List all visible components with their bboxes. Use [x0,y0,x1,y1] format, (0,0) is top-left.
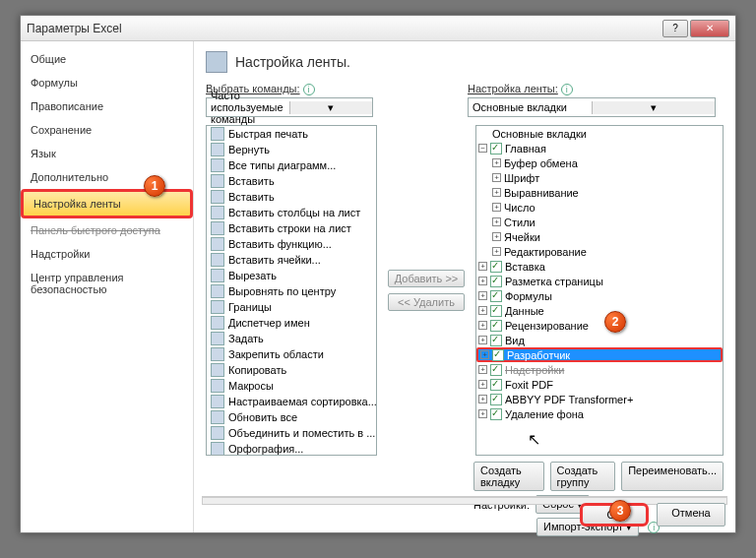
tree-node[interactable]: +Буфер обмена [476,155,723,170]
command-icon [211,284,224,298]
command-item[interactable]: Вставить [207,173,376,189]
tree-node[interactable]: +Данные [476,303,723,318]
tree-node[interactable]: −Главная [476,141,723,155]
expand-icon[interactable]: + [478,365,487,374]
command-item[interactable]: Вырезать [207,268,376,283]
expand-icon[interactable]: + [478,380,487,389]
tree-node[interactable]: +Удаление фона [476,406,723,421]
command-item[interactable]: Выровнять по центру [207,283,376,299]
tree-node[interactable]: +Надстройки [476,362,723,377]
tree-node[interactable]: +Foxit PDF [476,377,723,392]
tree-node[interactable]: +Шрифт [476,170,723,185]
expand-icon[interactable]: + [492,158,501,167]
tree-node[interactable]: +Редактирование [476,244,723,259]
command-item[interactable]: Вставить функцию... [207,236,376,252]
expand-icon[interactable]: − [478,144,487,153]
sidebar-item[interactable]: Формулы [21,71,193,94]
expand-icon[interactable]: + [478,395,487,403]
checkbox[interactable] [492,349,504,361]
expand-icon[interactable]: + [478,262,487,271]
command-item[interactable]: Макросы [207,378,376,394]
expand-icon[interactable]: + [478,291,487,300]
command-item[interactable]: Обновить все [207,409,376,425]
tree-node[interactable]: Основные вкладки [476,126,723,141]
add-button[interactable]: Добавить >> [388,270,466,287]
cancel-button[interactable]: Отмена [657,503,725,527]
rename-button[interactable]: Переименовать... [621,462,724,491]
checkbox[interactable] [490,290,502,302]
expand-icon[interactable]: + [492,173,501,182]
checkbox[interactable] [490,305,502,317]
checkbox[interactable] [490,335,502,346]
tree-node[interactable]: +Разработчик [476,347,723,362]
checkbox[interactable] [490,364,502,376]
command-item[interactable]: Вставить строки на лист [207,220,376,236]
command-item[interactable]: Вставить ячейки... [207,252,376,268]
command-item[interactable]: Закрепить области [207,346,376,362]
command-item[interactable]: Границы [207,299,376,315]
sidebar-item[interactable]: Сохранение [21,118,193,142]
sidebar-item[interactable]: Панель быстрого доступа [21,218,193,242]
expand-icon[interactable]: + [492,203,501,212]
ribbon-target-combo[interactable]: Основные вкладки▾ [468,97,716,117]
tree-node[interactable]: +Ячейки [476,229,723,244]
new-tab-button[interactable]: Создать вкладку [473,462,544,491]
titlebar: Параметры Excel ? ✕ [21,16,735,41]
tree-node[interactable]: +Формулы [476,288,723,303]
command-item[interactable]: Вернуть [207,142,376,157]
command-item[interactable]: Копировать [207,362,376,378]
close-button[interactable]: ✕ [690,20,729,37]
checkbox[interactable] [490,261,502,273]
expand-icon[interactable]: + [478,409,487,418]
command-item[interactable]: Диспетчер имен [207,315,376,331]
checkbox[interactable] [490,320,502,332]
expand-icon[interactable]: + [478,306,487,315]
checkbox[interactable] [490,276,502,287]
tree-node[interactable]: +Вставка [476,259,723,274]
command-item[interactable]: Задать [207,331,376,346]
command-item[interactable]: Все типы диаграмм... [207,157,376,173]
checkbox[interactable] [490,394,502,405]
info-icon[interactable]: i [561,84,573,95]
help-button[interactable]: ? [662,20,688,37]
tree-node[interactable]: +ABBYY PDF Transformer+ [476,392,723,406]
remove-button[interactable]: << Удалить [388,293,465,311]
expand-icon[interactable]: + [492,247,501,256]
tree-node[interactable]: +Выравнивание [476,185,723,200]
sidebar-item[interactable]: Правописание [21,94,193,118]
expand-icon[interactable]: + [492,232,501,241]
commands-from-combo[interactable]: Часто используемые команды▾ [206,97,373,117]
checkbox[interactable] [490,143,502,155]
expand-icon[interactable]: + [478,277,487,285]
checkbox[interactable] [490,379,502,391]
ribbon-tree[interactable]: Основные вкладки−Главная+Буфер обмена+Шр… [475,125,724,456]
sidebar-item[interactable]: Общие [21,47,193,71]
sidebar-item[interactable]: Дополнительно [21,165,193,189]
commands-list[interactable]: Быстрая печатьВернутьВсе типы диаграмм..… [206,125,377,456]
new-group-button[interactable]: Создать группу [550,462,616,491]
tree-node[interactable]: +Вид [476,333,723,347]
command-item[interactable]: Вставить столбцы на лист [207,205,376,220]
expand-icon[interactable]: + [492,188,501,197]
category-sidebar: ОбщиеФормулыПравописаниеСохранениеЯзыкДо… [21,41,194,532]
command-item[interactable]: Объединить и поместить в ... [207,425,376,441]
sidebar-item[interactable]: Надстройки [21,242,193,266]
sidebar-item[interactable]: Настройка ленты [21,189,193,218]
command-item[interactable]: Орфография... [207,441,376,455]
command-item[interactable]: Быстрая печать [207,126,376,142]
info-icon[interactable]: i [303,84,315,95]
expand-icon[interactable]: + [492,217,501,226]
command-item[interactable]: Настраиваемая сортировка... [207,394,376,409]
tree-node[interactable]: +Разметка страницы [476,274,723,288]
tree-node[interactable]: +Рецензирование [476,318,723,333]
command-item[interactable]: Вставить [207,189,376,205]
expand-icon[interactable]: + [480,350,489,359]
expand-icon[interactable]: + [478,336,487,344]
command-icon [211,158,224,172]
expand-icon[interactable]: + [478,321,487,330]
checkbox[interactable] [490,408,502,420]
sidebar-item[interactable]: Язык [21,142,193,165]
tree-node[interactable]: +Стили [476,215,723,229]
sidebar-item[interactable]: Центр управления безопасностью [21,266,193,301]
tree-node[interactable]: +Число [476,200,723,215]
